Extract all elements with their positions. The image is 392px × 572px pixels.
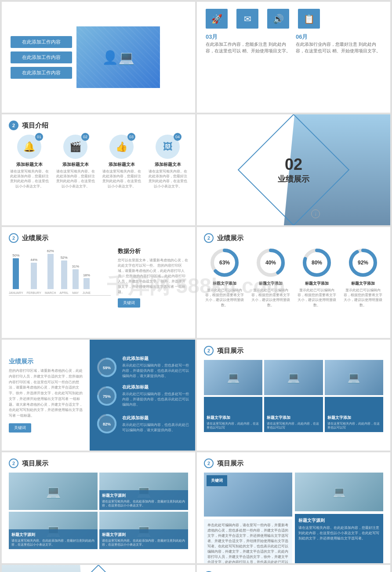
circle-title-2: 添加标题文本 [62,161,89,168]
more-btn[interactable]: 关键词 [9,423,31,433]
keyword-body-text: 单击此处可编辑内容，请在里写一些内容，并重新考虑他的心灵，您也多处想一些内容，并… [207,523,289,563]
circle-num-4: 04 [174,133,181,141]
title-text-10: 项目展示 [217,459,243,468]
donut-svg-3: 92% [348,247,378,278]
bar-label-0: 50% [12,253,19,257]
work-btn-3[interactable]: 在此添加工作内容 [11,67,72,79]
right-title: 标题文字源则 [298,517,380,524]
section-title-5: 2 业绩展示 [9,233,188,243]
circle-num-3: 03 [127,133,135,141]
progress-svg-1: 75% [96,385,118,407]
bar-label-2: 62% [47,249,54,253]
slide-project-display-2x2: 2 项目展示 标题文字源则 请在这里写相关内容。在此处添加内容，您最好注意到此处… [2,452,195,563]
photo-cell-5: 标题文字添加 请在这里写相关内容，此处内容，在这里也以可以写 [264,397,323,432]
time-col-1: 03月 在此添加工作内容，您能多注意 到此处内容，在这里也可以 稍、开始使用项目… [206,33,291,54]
circle-title-4: 添加标题文本 [155,161,181,168]
circle-text-3: 请在这里写相关内容。在此处添加内容，您最好注意到此处内容，在这里也以小小表达文字… [101,169,142,189]
slide-intro: 在此添加工作内容 在此添加工作内容 在此添加工作内容 [2,2,195,113]
svg-text:59%: 59% [103,366,111,370]
progress-entry-0: 59% 在此添加标题表示此处已可以编辑内容，您也多处写一些内容，并请提供内容，也… [96,356,189,379]
progress-info-2: 在此添加标题表示此处已可以编辑内容，也也表示此处已可以编辑内容，请大家提供内容。 [122,415,189,433]
slide-bar-chart: 2 业绩展示 50%JANUARY44%FERBURY62%MARCH52%AP… [2,227,195,338]
work-btn-1[interactable]: 在此添加工作内容 [11,36,72,48]
bar-4 [73,269,79,289]
progress-entry-1: 75% 在此添加标题表示此处已可以编辑内容，您也多处写一些内容，并请提供内容，也… [96,384,189,407]
section-num-10: 2 [204,458,214,468]
section-big-num: 02 [278,155,309,174]
section-title-3: 2 项目介绍 [9,121,188,130]
progress-right-panel: 59% 在此添加标题表示此处已可以编辑内容，您也多处写一些内容，并请提供内容，也… [90,340,195,451]
bar-5 [83,278,90,289]
svg-text:82%: 82% [103,422,111,426]
slide-section-02: 02 业绩展示 ↓ [197,114,390,225]
icon-video: 🎬 [69,141,81,153]
bars-container: 50%JANUARY44%FERBURY62%MARCH52%APRIL31%M… [9,247,111,296]
donut-title-0: 标题文字添加 [213,281,236,286]
keyword-text-box: 单击此处可编辑内容，请在里写一些内容，并重新考虑他的心灵，您也多处想一些内容，并… [204,519,292,563]
circle-item-1: 🔔 01 添加标题文本 请在这里写相关内容。在此处添加内容，您最好注意到此处内容… [9,135,50,189]
circle-text-2: 请在这里写相关内容。在此处添加内容，您最好注意到此处内容，在这里也以小小表达文字… [55,169,96,189]
donuts-row: 63% 标题文字添加显示此处已可以编辑内容，根据您的需要将文字大小，建议以使用明… [204,247,383,308]
bar-month-1: FERBURY [27,291,41,294]
photo-cell-6: 标题文字添加 请在这里写相关内容，此处内容，在这里也以可以写 [325,397,383,432]
circle-icon-2: 🎬 02 [63,135,87,159]
overlay-text-4: 请在这里写相关内容。在此处添加内容，您最好注意到此处内容，在这里也以小小表达文字… [102,539,185,546]
slide-section-03: 03 经验反思 [2,565,195,572]
icon-thumb: 👍 [116,141,127,153]
title-text-9: 项目展示 [22,459,48,468]
photo-cell-4: 标题文字添加 请在这里写相关内容，此处内容，在这里也以可以写 [204,397,262,432]
bar-label-1: 44% [30,258,37,262]
bar-month-0: JANUARY [9,291,23,294]
two-col-layout: 关键词 单击此处可编辑内容，请在里写一些内容，并重新考虑他的心灵，您也多处想一些… [204,473,383,563]
bar-2 [47,254,54,289]
slide-donut-chart: 2 业绩展示 63% 标题文字添加显示此处已可以编辑内容，根据您的需要将文字大小… [197,227,390,338]
donut-item-1: 40% 标题文字添加显示此处已可以编辑内容，根据您的需要将文字大小，建议以使用明… [250,247,291,308]
circle-item-3: 👍 03 添加标题文本 请在这里写相关内容。在此处添加内容，您最好注意到此处内容… [101,135,142,189]
bar-month-3: APRIL [60,291,69,294]
icon-bell: 🔔 [23,141,35,153]
cell-text-4: 请在这里写相关内容，此处内容，在这里也以可以写 [207,422,260,429]
circle-icon-3: 👍 03 [109,135,134,159]
cell-title-4: 标题文字添加 [207,415,260,421]
chart-title: 数据分析 [118,247,188,255]
circle-text-1: 请在这里写相关内容。在此处添加内容，您最好注意到此处内容，在这里也以小小表达文字… [9,169,50,189]
cell-title-5: 标题文字添加 [267,415,320,421]
diamond-content: 02 业绩展示 [278,155,309,184]
slide-progress: 业绩展示 您的内容打印区域，请重新考虑他的心灵，此处内容打印人员，并建文平合适的… [2,340,195,451]
section-title-6: 2 业绩展示 [204,233,383,243]
section-title-10: 2 项目展示 [204,458,383,468]
keyword-btn[interactable]: 关键词 [118,298,140,308]
bar-group-2: 62%MARCH [45,249,56,294]
arrow-down-icon: ↓ [311,209,320,218]
month-text-1: 在此添加工作内容，您能多注意 到此处内容，在这里也可以 稍、开始使用项目文字。 [206,41,291,54]
overlay-title-3: 标题文字源则 [11,532,95,538]
progress-left-panel: 业绩展示 您的内容打印区域，请重新考虑他的心灵，此处内容打印人员，并建文平合适的… [2,340,90,451]
photo-cell-2x2-1 [9,473,98,510]
slide-project-intro: 2 项目介绍 🔔 01 添加标题文本 请在这里写相关内容。在此处添加内容，您最好… [2,114,195,225]
progress-text-0: 表示此处已可以编辑内容，您也多处写一些内容，并请提供内容，也也表示此处已可以编辑… [122,363,189,379]
section-big-title: 业绩展示 [278,174,309,184]
month-label-1: 03月 [206,33,291,41]
section-num-3: 2 [9,121,18,130]
work-btn-2[interactable]: 在此添加工作内容 [11,51,72,63]
bar-label-4: 31% [72,264,79,268]
svg-text:92%: 92% [357,260,368,266]
bar-3 [61,260,67,289]
icon-image: 🖼 [163,141,173,153]
section-title-9: 2 项目展示 [9,458,188,468]
photo-cell-3 [325,360,383,395]
progress-entry-2: 82% 在此添加标题表示此处已可以编辑内容，也也表示此处已可以编辑内容，请大家提… [96,413,189,435]
icon-doc: 📋 [298,9,320,29]
section-num-5: 2 [9,233,18,243]
photo-grid-3col: 标题文字添加 请在这里写相关内容，此处内容，在这里也以可以写 标题文字添加 请在… [204,360,383,432]
circle-title-3: 添加标题文本 [109,161,135,168]
title-text-8: 项目展示 [217,347,243,355]
title-text-5: 业绩展示 [22,234,48,242]
donut-svg-2: 80% [301,247,332,278]
progress-title-0: 在此添加标题 [122,356,189,362]
circle-num-2: 02 [81,133,89,141]
donut-text-2: 显示此处已可以编辑内容，根据您的需要将文字大小，建议以使用明显级数。 [296,288,337,308]
month-label-2: 06月 [296,33,381,41]
timeline: 03月 在此添加工作内容，您能多注意 到此处内容，在这里也可以 稍、开始使用项目… [206,33,381,54]
cell-text-5: 请在这里写相关内容，此处内容，在这里也以可以写 [267,422,320,429]
